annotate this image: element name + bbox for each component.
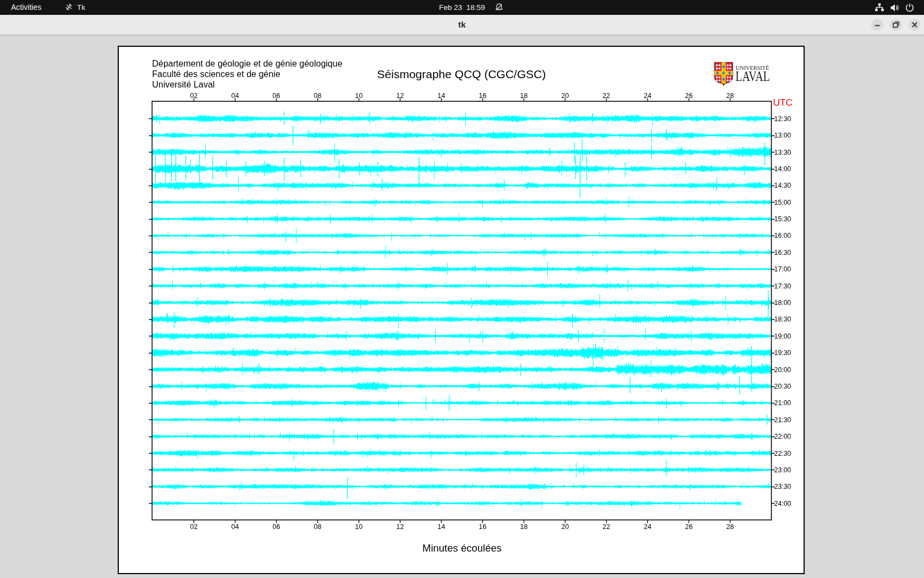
svg-text:LAVAL: LAVAL (735, 69, 770, 84)
